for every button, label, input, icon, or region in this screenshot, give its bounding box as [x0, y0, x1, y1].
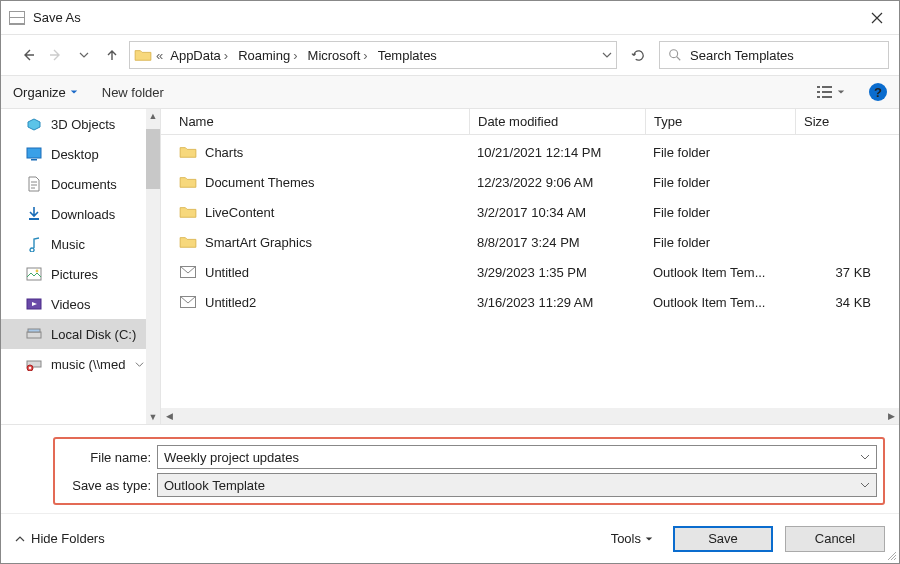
column-date[interactable]: Date modified — [469, 109, 645, 134]
refresh-button[interactable] — [623, 41, 653, 69]
nav-row: « AppData› Roaming› Microsoft› Templates… — [1, 35, 899, 75]
help-button[interactable]: ? — [869, 83, 887, 101]
filename-input[interactable]: Weekly project updates — [157, 445, 877, 469]
file-row[interactable]: Document Themes12/23/2022 9:06 AMFile fo… — [161, 167, 899, 197]
svg-rect-13 — [27, 332, 41, 338]
chevron-right-icon: › — [224, 48, 228, 63]
column-headers: Name Date modified Type Size — [161, 109, 899, 135]
sidebar-scrollbar[interactable]: ▲ ▼ — [146, 109, 160, 424]
svg-point-0 — [670, 50, 678, 58]
file-name: SmartArt Graphics — [205, 235, 312, 250]
sidebar-item-downloads[interactable]: Downloads — [1, 199, 146, 229]
file-row[interactable]: SmartArt Graphics8/8/2017 3:24 PMFile fo… — [161, 227, 899, 257]
scroll-up-icon[interactable]: ▲ — [146, 109, 160, 123]
recent-dropdown[interactable] — [73, 44, 95, 66]
chevron-down-icon — [602, 50, 612, 60]
svg-rect-3 — [817, 91, 820, 93]
back-button[interactable] — [17, 44, 39, 66]
folder-icon — [179, 235, 197, 249]
filename-label: File name: — [61, 450, 151, 465]
breadcrumb-appdata[interactable]: AppData› — [167, 48, 231, 63]
arrow-right-icon — [49, 48, 63, 62]
search-placeholder: Search Templates — [690, 48, 794, 63]
hide-folders-button[interactable]: Hide Folders — [15, 531, 105, 546]
scroll-thumb[interactable] — [146, 129, 160, 189]
resize-grip-icon[interactable] — [885, 549, 897, 561]
new-folder-button[interactable]: New folder — [102, 85, 164, 100]
file-row[interactable]: Charts10/21/2021 12:14 PMFile folder — [161, 137, 899, 167]
up-button[interactable] — [101, 44, 123, 66]
dialog-body: 3D Objects Desktop Documents Downloads M… — [1, 109, 899, 424]
file-date: 8/8/2017 3:24 PM — [469, 235, 645, 250]
sidebar-item-local-disk[interactable]: Local Disk (C:) — [1, 319, 146, 349]
mail-icon — [179, 265, 197, 279]
view-options-button[interactable] — [817, 85, 845, 99]
chevron-down-icon[interactable] — [860, 452, 870, 462]
save-type-dropdown[interactable]: Outlook Template — [157, 473, 877, 497]
scroll-down-icon[interactable]: ▼ — [146, 410, 160, 424]
file-size: 34 KB — [795, 295, 899, 310]
chevron-down-icon — [135, 357, 146, 372]
chevron-right-icon: › — [363, 48, 367, 63]
svg-rect-7 — [27, 148, 41, 158]
file-type: Outlook Item Tem... — [645, 295, 795, 310]
horizontal-scrollbar[interactable]: ◀ ▶ — [161, 408, 899, 424]
file-row[interactable]: Untitled23/16/2023 11:29 AMOutlook Item … — [161, 287, 899, 317]
sidebar-item-documents[interactable]: Documents — [1, 169, 146, 199]
file-row[interactable]: LiveContent3/2/2017 10:34 AMFile folder — [161, 197, 899, 227]
music-icon — [25, 236, 43, 252]
svg-rect-1 — [817, 86, 820, 88]
svg-rect-4 — [822, 91, 832, 93]
file-name: Charts — [205, 145, 243, 160]
svg-rect-5 — [817, 96, 820, 98]
filename-section: File name: Weekly project updates Save a… — [1, 424, 899, 513]
sidebar-item-music[interactable]: Music — [1, 229, 146, 259]
documents-icon — [25, 176, 43, 192]
sidebar-item-3d-objects[interactable]: 3D Objects — [1, 109, 146, 139]
address-dropdown[interactable] — [602, 48, 612, 63]
file-name: Untitled2 — [205, 295, 256, 310]
footer: Hide Folders Tools Save Cancel — [1, 513, 899, 563]
desktop-icon — [25, 146, 43, 162]
chevron-down-icon — [79, 50, 89, 60]
folder-icon — [179, 145, 197, 159]
search-input[interactable]: Search Templates — [659, 41, 889, 69]
breadcrumb-microsoft[interactable]: Microsoft› — [305, 48, 371, 63]
tools-menu[interactable]: Tools — [611, 531, 653, 546]
svg-rect-10 — [27, 268, 41, 280]
scroll-right-icon[interactable]: ▶ — [883, 411, 899, 421]
sidebar-item-desktop[interactable]: Desktop — [1, 139, 146, 169]
file-date: 10/21/2021 12:14 PM — [469, 145, 645, 160]
file-type: File folder — [645, 145, 795, 160]
file-list: Charts10/21/2021 12:14 PMFile folderDocu… — [161, 135, 899, 408]
chevron-down-icon — [860, 480, 870, 490]
column-type[interactable]: Type — [645, 109, 795, 134]
sidebar: 3D Objects Desktop Documents Downloads M… — [1, 109, 161, 424]
organize-menu[interactable]: Organize — [13, 85, 78, 100]
breadcrumb-roaming[interactable]: Roaming› — [235, 48, 300, 63]
address-bar[interactable]: « AppData› Roaming› Microsoft› Templates — [129, 41, 617, 69]
close-button[interactable] — [855, 1, 899, 35]
objects-icon — [25, 116, 43, 132]
close-icon — [871, 12, 883, 24]
sidebar-item-pictures[interactable]: Pictures — [1, 259, 146, 289]
sidebar-item-videos[interactable]: Videos — [1, 289, 146, 319]
file-name: Untitled — [205, 265, 249, 280]
scroll-left-icon[interactable]: ◀ — [161, 411, 177, 421]
arrow-up-icon — [105, 48, 119, 62]
folder-icon — [179, 205, 197, 219]
chevron-up-icon — [15, 534, 25, 544]
file-row[interactable]: Untitled3/29/2023 1:35 PMOutlook Item Te… — [161, 257, 899, 287]
forward-button[interactable] — [45, 44, 67, 66]
svg-rect-8 — [31, 159, 37, 161]
column-name[interactable]: Name — [179, 114, 469, 129]
file-date: 3/2/2017 10:34 AM — [469, 205, 645, 220]
file-size: 37 KB — [795, 265, 899, 280]
column-size[interactable]: Size — [795, 109, 899, 134]
breadcrumb-templates[interactable]: Templates — [375, 48, 440, 63]
save-type-label: Save as type: — [61, 478, 151, 493]
cancel-button[interactable]: Cancel — [785, 526, 885, 552]
svg-rect-9 — [29, 218, 39, 220]
sidebar-item-network-music[interactable]: music (\\med — [1, 349, 146, 379]
save-button[interactable]: Save — [673, 526, 773, 552]
